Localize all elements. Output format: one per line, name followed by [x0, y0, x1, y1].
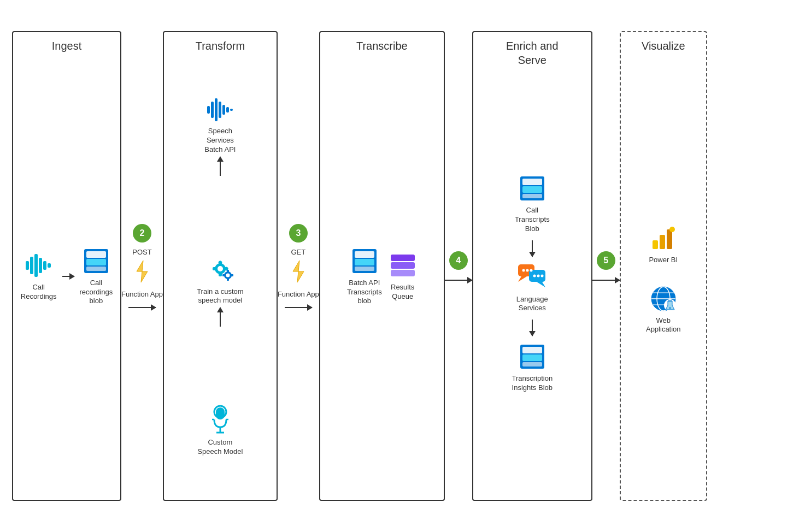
svg-rect-63 — [522, 362, 542, 367]
queue-icon — [389, 251, 417, 280]
arrow-up-speech — [220, 157, 221, 176]
step-circle-2: 2 — [133, 224, 151, 243]
architecture-diagram: Ingest CallRecordings — [12, 15, 799, 517]
transcribe-row: Batch APITranscriptsblob ResultsQueue — [347, 243, 417, 311]
svg-rect-62 — [522, 354, 542, 361]
call-transcripts-blob-label: CallTranscriptsBlob — [515, 206, 550, 234]
step-circle-3: 3 — [289, 224, 308, 243]
svg-marker-51 — [518, 276, 527, 282]
svg-rect-11 — [207, 106, 210, 114]
ingest-content: CallRecordings C — [13, 53, 120, 500]
svg-point-54 — [522, 269, 525, 271]
enrich-content: CallTranscriptsBlob — [473, 67, 591, 500]
svg-rect-22 — [213, 267, 217, 270]
arrow-2 — [285, 307, 312, 308]
svg-rect-21 — [219, 272, 222, 276]
transcription-insights-item: TranscriptionInsights Blob — [512, 342, 553, 393]
svg-marker-53 — [537, 282, 545, 287]
arrow-down-1 — [532, 240, 533, 257]
results-queue-item: ResultsQueue — [389, 251, 417, 302]
svg-rect-47 — [522, 179, 542, 185]
svg-rect-66 — [667, 229, 672, 249]
function-app-label-1: Function App — [121, 290, 163, 299]
arrow-1 — [128, 307, 156, 308]
storage-blob-icon — [82, 247, 110, 275]
svg-rect-30 — [222, 274, 226, 276]
svg-rect-49 — [522, 194, 542, 198]
svg-marker-38 — [293, 261, 304, 282]
transcription-insights-label: TranscriptionInsights Blob — [512, 374, 553, 393]
svg-rect-16 — [226, 107, 229, 113]
step-circle-4: 4 — [449, 251, 468, 270]
connector-4: 5 — [592, 31, 620, 501]
call-recordings-label: CallRecordings — [21, 283, 57, 302]
function-app-label-2: Function App — [278, 290, 319, 299]
get-label: GET — [291, 248, 305, 256]
audio-wave-icon — [25, 251, 53, 280]
transform-title: Transform — [191, 32, 249, 53]
svg-rect-65 — [660, 235, 665, 249]
speech-services-label: SpeechServicesBatch API — [204, 127, 236, 155]
visualize-title: Visualize — [637, 32, 690, 53]
svg-point-19 — [218, 266, 223, 271]
language-services-icon — [517, 263, 548, 292]
enrich-title: Enrich andServe — [502, 32, 563, 67]
powerbi-icon — [649, 224, 678, 252]
arrow-down-2 — [532, 320, 533, 336]
language-services-label: LanguageServices — [516, 295, 548, 314]
arrow-3 — [445, 280, 472, 281]
transcribe-content: Batch APITranscriptsblob ResultsQueue — [320, 53, 444, 500]
svg-rect-45 — [391, 270, 415, 276]
svg-rect-4 — [43, 261, 46, 270]
arrow-up-custom — [220, 308, 221, 327]
svg-rect-13 — [215, 98, 218, 121]
speech-services-icon — [205, 96, 236, 123]
connector-1: 2 POST Function App — [121, 31, 163, 501]
call-recordings-blob-label: Callrecordingsblob — [80, 279, 113, 306]
svg-rect-3 — [39, 258, 42, 273]
arrow-4 — [592, 280, 620, 281]
call-transcripts-icon — [518, 174, 546, 203]
function-app-icon-2 — [289, 259, 308, 283]
svg-point-59 — [540, 274, 543, 277]
section-transcribe: Transcribe Batch APITranscriptsblob — [319, 31, 445, 501]
svg-point-75 — [669, 307, 671, 309]
visualize-content: Power BI — [621, 53, 706, 500]
svg-rect-8 — [86, 259, 106, 265]
svg-rect-28 — [227, 270, 229, 273]
svg-rect-42 — [355, 267, 374, 271]
batch-api-blob-item: Batch APITranscriptsblob — [347, 247, 382, 306]
call-recordings-blob-item: Callrecordingsblob — [80, 247, 113, 306]
svg-rect-29 — [227, 277, 229, 281]
svg-rect-48 — [522, 186, 542, 193]
step-circle-5: 5 — [597, 251, 615, 270]
svg-rect-12 — [211, 102, 214, 118]
post-label: POST — [132, 248, 151, 256]
section-enrich: Enrich andServe CallTranscriptsBlob — [472, 31, 592, 501]
connector-2: 3 GET Function App — [278, 31, 319, 501]
language-services-item: LanguageServices — [516, 263, 548, 314]
svg-rect-40 — [355, 251, 374, 258]
svg-point-57 — [533, 274, 536, 277]
svg-rect-43 — [391, 255, 415, 261]
svg-rect-15 — [222, 105, 225, 115]
svg-rect-61 — [522, 347, 542, 353]
batch-blob-icon — [350, 247, 379, 275]
section-ingest: Ingest CallRecordings — [12, 31, 121, 501]
svg-point-27 — [226, 273, 230, 277]
insights-blob-icon — [518, 342, 546, 371]
web-app-icon — [649, 285, 678, 313]
custom-speech-label: CustomSpeech Model — [197, 438, 243, 457]
section-transform: Transform SpeechServicesBatch API — [163, 31, 278, 501]
results-queue-label: ResultsQueue — [391, 283, 414, 302]
gear-icon — [205, 253, 236, 284]
power-bi-item: Power BI — [649, 224, 678, 265]
ingest-title: Ingest — [48, 32, 86, 53]
transcribe-title: Transcribe — [352, 32, 412, 53]
web-application-item: WebApplication — [646, 285, 681, 335]
batch-api-blob-label: Batch APITranscriptsblob — [347, 279, 382, 306]
gear-item: Train a customspeech model — [197, 253, 244, 329]
function-app-icon-1 — [132, 259, 152, 283]
microphone-icon — [207, 404, 234, 435]
power-bi-label: Power BI — [649, 256, 678, 265]
